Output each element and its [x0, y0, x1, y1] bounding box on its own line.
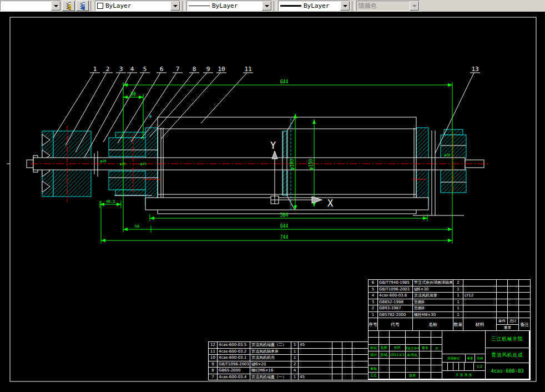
layer-combo-arrow[interactable] — [51, 1, 60, 11]
bom-cell-unit — [497, 287, 507, 293]
bom-cell-no: 10 — [209, 355, 217, 361]
linetype-combo-arrow[interactable] — [262, 1, 271, 11]
bom-cell-extra — [342, 374, 352, 380]
lineweight-combo[interactable]: ByLayer — [278, 1, 350, 11]
dim-phi-baffle: φ150 — [309, 159, 314, 169]
color-combo[interactable]: ByLayer — [95, 1, 180, 11]
bom-cell-extra — [342, 361, 352, 368]
bom-cell-code: GB/T1096-2003 — [218, 361, 250, 368]
bom-cell-total — [508, 287, 518, 293]
bom-cell-extra — [342, 349, 352, 355]
callout-10: 10 — [218, 66, 225, 73]
bom-cell-extra — [332, 342, 342, 348]
bom-cell-code: 4cas-600-03.1 — [218, 355, 250, 361]
check-label: 审核 — [369, 365, 379, 371]
bom-cell-code: GB5782-2000 — [378, 312, 412, 318]
bom-cell-material — [299, 355, 332, 361]
drawing-number: 4cas-600-03 — [486, 363, 529, 379]
bom-cell-no: 3 — [369, 299, 377, 305]
bom-cell-code: 4cas-600-03.5 — [218, 342, 250, 348]
plotstyle-combo-arrow — [410, 1, 419, 11]
bom-header-total: 总计 — [508, 318, 518, 324]
bom-header-code: 代号 — [378, 318, 412, 331]
bom-cell-total — [508, 299, 518, 305]
bom-cell-code: 4cas-600-03.6 — [378, 293, 412, 299]
callout-1: 1 — [93, 66, 97, 73]
bom-cell-name: 螺栓M8×30 — [413, 312, 453, 318]
bom-cell-no: 7 — [209, 374, 217, 380]
bom-cell-code: 4cas-600-03.2 — [218, 349, 250, 355]
bom-cell-name: 贯流风机骨架 — [413, 293, 453, 299]
rev-header-sign: 签名 — [420, 345, 431, 351]
bom-cell-note — [519, 305, 530, 311]
title-block: 标记 处数 分区 更改文件号 签名 年、月、日 设计 陈斌 2013.6.5 标… — [368, 330, 531, 380]
bom-cell-note — [519, 280, 530, 286]
dim-b1: 504 — [280, 213, 289, 218]
bom-cell-name: 贯流风机端盖（二） — [250, 342, 291, 348]
bom-cell-name: 垫圈8 — [413, 299, 453, 305]
layer-combo[interactable] — [0, 1, 61, 11]
dim-80: 80 — [130, 92, 136, 97]
toolbar-separator — [90, 1, 93, 11]
dim-phi-d: φ20 — [445, 153, 451, 157]
dim-phi-roller: φ160 — [290, 159, 295, 169]
linetype-combo[interactable]: ByLayer — [186, 1, 272, 11]
bom-cell-qty: 1 — [291, 342, 298, 348]
rev-header-zone: 分区 — [390, 345, 405, 351]
bom-header-material: 材料 — [463, 318, 496, 331]
bom-cell-unit — [497, 305, 507, 311]
bom-cell-extra — [352, 361, 369, 368]
bom-header-qty: 数量 — [453, 318, 463, 331]
color-combo-arrow[interactable] — [170, 1, 180, 11]
lineweight-combo-arrow[interactable] — [340, 1, 350, 11]
bom-cell-note — [519, 293, 530, 299]
bom-cell-code: GB852-1988 — [378, 299, 412, 305]
linetype-combo-value: ByLayer — [212, 2, 238, 9]
bom-cell-qty: 1 — [453, 312, 463, 318]
title-block-right: 三江机械学院 贯流风机总成 4cas-600-03 — [486, 331, 529, 379]
design-date: 2013.6.5 — [390, 351, 405, 358]
bom-cell-extra — [352, 355, 369, 361]
bom-cell-total — [508, 293, 518, 299]
bom-cell-qty: 2 — [291, 361, 298, 368]
bom-cell-extra — [352, 374, 369, 380]
bom-cell-code: GB93-1987 — [378, 305, 412, 311]
layer-combo-field[interactable] — [1, 1, 51, 11]
bom-cell-unit — [497, 312, 507, 318]
plotstyle-combo-value: 随颜色 — [359, 2, 377, 10]
layers-icon — [66, 2, 71, 10]
bom-cell-material: LY12 — [463, 293, 496, 299]
bom-cell-no: 4 — [369, 293, 377, 299]
bom-cell-material — [463, 312, 496, 318]
callout-labels: 1 2 3 4 5 6 7 8 9 10 11 13 — [93, 66, 479, 73]
parts-list-continuation-table: 12 4cas-600-03.5 贯流风机端盖（二） 1 45 11 4cas-… — [208, 341, 369, 380]
bom-cell-qty: 1 — [453, 299, 463, 305]
bom-cell-name: 贯流风机端盖（一） — [250, 374, 291, 380]
approve-label: 批准 — [406, 373, 419, 379]
bom-cell-qty: 1 — [291, 349, 298, 355]
bom-cell-material — [463, 280, 496, 286]
plotstyle-combo: 随颜色 — [356, 1, 420, 11]
organization-name: 三江机械学院 — [486, 331, 529, 348]
callout-6: 6 — [160, 66, 164, 73]
bom-cell-unit — [497, 280, 507, 286]
bom-cell-no: 9 — [209, 361, 217, 368]
layer-properties-button[interactable] — [62, 1, 75, 11]
bom-cell-no: 2 — [369, 305, 377, 311]
bom-cell-name: 键6×30 — [413, 287, 453, 293]
bom-cell-qty: 1 — [453, 293, 463, 299]
toolbar-separator — [274, 1, 276, 11]
bom-cell-name: 带立式座外球面球轴承ucp205 — [413, 280, 453, 286]
dim-phi-a: φ20 — [100, 159, 107, 163]
bom-cell-extra — [342, 368, 352, 374]
chevron-down-icon — [173, 5, 178, 9]
bom-cell-qty: 1 — [291, 355, 298, 361]
title-block-revision-grid: 标记 处数 分区 更改文件号 签名 年、月、日 设计 陈斌 2013.6.5 标… — [369, 331, 442, 379]
bom-cell-qty: 4 — [291, 368, 298, 374]
bom-cell-code: GB65-2000 — [218, 368, 250, 374]
process-label: 工艺 — [369, 373, 379, 379]
bom-cell-total — [508, 312, 518, 318]
bom-cell-code: GB/T1096-2003 — [378, 287, 412, 293]
layer-states-button[interactable] — [76, 1, 89, 11]
standard-label: 标准化 — [406, 351, 419, 358]
